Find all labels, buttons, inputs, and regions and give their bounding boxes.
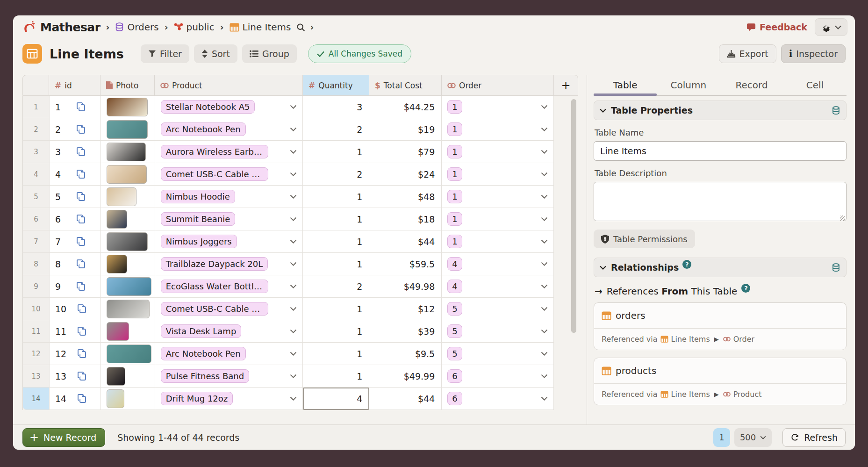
order-cell[interactable]: 4: [442, 275, 554, 298]
chevron-down-icon[interactable]: [286, 239, 297, 244]
order-cell[interactable]: 1: [442, 118, 554, 141]
vertical-scrollbar[interactable]: [571, 99, 576, 333]
row-number-cell[interactable]: 5: [23, 186, 50, 208]
row-number-cell[interactable]: 2: [23, 118, 50, 141]
relationships-header[interactable]: Relationships ?: [594, 258, 846, 277]
total-cost-cell[interactable]: $59.5: [369, 253, 442, 275]
quantity-cell[interactable]: 2: [303, 163, 369, 186]
copy-icon[interactable]: [77, 147, 85, 156]
product-cell[interactable]: Aurora Wireless Earbuds: [155, 141, 303, 163]
photo-cell[interactable]: [101, 96, 155, 118]
page-button[interactable]: 1: [713, 428, 730, 447]
total-cost-cell[interactable]: $44: [369, 388, 442, 410]
quantity-cell[interactable]: 2: [303, 118, 369, 141]
row-number-cell[interactable]: 7: [23, 230, 50, 253]
photo-cell[interactable]: [101, 320, 155, 343]
breadcrumb-schema[interactable]: public: [174, 22, 215, 33]
total-cost-cell[interactable]: $18: [369, 208, 442, 230]
product-cell[interactable]: Trailblaze Daypack 20L: [155, 253, 303, 275]
tab-column[interactable]: Column: [657, 75, 720, 95]
chevron-down-icon[interactable]: [286, 194, 297, 199]
filter-button[interactable]: Filter: [141, 44, 189, 63]
id-cell[interactable]: 12: [50, 343, 101, 365]
order-cell[interactable]: 1: [442, 186, 554, 208]
order-cell[interactable]: 6: [442, 388, 554, 410]
quantity-cell[interactable]: 1: [303, 343, 369, 365]
copy-icon[interactable]: [78, 372, 86, 381]
id-cell[interactable]: 1: [50, 96, 101, 118]
product-cell[interactable]: EcoGlass Water Bottle 7…: [155, 275, 303, 298]
row-number-cell[interactable]: 6: [23, 208, 50, 230]
row-number-cell[interactable]: 4: [23, 163, 50, 186]
row-number-cell[interactable]: 12: [23, 343, 50, 365]
chevron-down-icon[interactable]: [537, 307, 548, 311]
order-cell[interactable]: 1: [442, 96, 554, 118]
product-cell[interactable]: Comet USB-C Cable 2m: [155, 163, 303, 186]
row-number-cell[interactable]: 3: [23, 141, 50, 163]
chevron-down-icon[interactable]: [286, 329, 297, 333]
add-column-button[interactable]: +: [554, 75, 578, 96]
chevron-down-icon[interactable]: [286, 127, 297, 131]
photo-cell[interactable]: [101, 186, 155, 208]
photo-cell[interactable]: [101, 253, 155, 275]
row-number-cell[interactable]: 14: [23, 388, 50, 410]
tab-cell[interactable]: Cell: [783, 75, 846, 95]
chevron-down-icon[interactable]: [537, 105, 548, 109]
help-icon[interactable]: ?: [741, 284, 750, 293]
copy-icon[interactable]: [77, 102, 85, 111]
id-cell[interactable]: 11: [50, 320, 101, 343]
product-cell[interactable]: Drift Mug 12oz: [155, 388, 303, 410]
total-cost-cell[interactable]: $39: [369, 320, 442, 343]
total-cost-cell[interactable]: $48: [369, 186, 442, 208]
id-cell[interactable]: 9: [50, 275, 101, 298]
help-icon[interactable]: ?: [682, 260, 691, 269]
chevron-down-icon[interactable]: [286, 105, 297, 109]
row-number-cell[interactable]: 13: [23, 365, 50, 388]
product-cell[interactable]: Comet USB-C Cable 2m: [155, 298, 303, 320]
total-cost-cell[interactable]: $49.98: [369, 275, 442, 298]
copy-icon[interactable]: [78, 327, 86, 336]
id-cell[interactable]: 2: [50, 118, 101, 141]
relationship-card-orders[interactable]: orders Referenced via Line Items ▶ Order: [594, 302, 846, 350]
chevron-down-icon[interactable]: [286, 396, 297, 401]
table-description-textarea[interactable]: [594, 182, 846, 221]
copy-icon[interactable]: [78, 394, 86, 403]
search-icon[interactable]: [296, 22, 306, 32]
chevron-down-icon[interactable]: [537, 127, 548, 131]
row-number-cell[interactable]: 11: [23, 320, 50, 343]
table-name-input[interactable]: [594, 141, 846, 161]
chevron-down-icon[interactable]: [537, 352, 548, 356]
total-cost-cell[interactable]: $24: [369, 163, 442, 186]
chevron-down-icon[interactable]: [286, 284, 297, 288]
order-cell[interactable]: 5: [442, 343, 554, 365]
order-cell[interactable]: 6: [442, 365, 554, 388]
total-cost-cell[interactable]: $79: [369, 141, 442, 163]
quantity-cell[interactable]: 1: [303, 230, 369, 253]
breadcrumb-table[interactable]: Line Items: [230, 22, 291, 33]
product-cell[interactable]: Nimbus Hoodie: [155, 186, 303, 208]
photo-cell[interactable]: [101, 230, 155, 253]
id-cell[interactable]: 10: [50, 298, 101, 320]
order-cell[interactable]: 1: [442, 230, 554, 253]
chevron-down-icon[interactable]: [537, 172, 548, 176]
id-cell[interactable]: 4: [50, 163, 101, 186]
column-header-order[interactable]: Order: [442, 75, 554, 96]
photo-cell[interactable]: [101, 365, 155, 388]
product-cell[interactable]: Summit Beanie: [155, 208, 303, 230]
chevron-down-icon[interactable]: [537, 194, 548, 199]
column-header-id[interactable]: #id: [49, 75, 100, 96]
chevron-down-icon[interactable]: [286, 374, 297, 378]
quantity-cell[interactable]: 1: [303, 141, 369, 163]
column-header-quantity[interactable]: #Quantity: [303, 75, 369, 96]
column-header-photo[interactable]: Photo: [100, 75, 155, 96]
chevron-down-icon[interactable]: [537, 374, 548, 378]
copy-icon[interactable]: [78, 304, 86, 313]
photo-cell[interactable]: [101, 208, 155, 230]
chevron-down-icon[interactable]: [286, 352, 297, 356]
copy-icon[interactable]: [77, 215, 85, 223]
total-cost-cell[interactable]: $9.5: [369, 343, 442, 365]
chevron-down-icon[interactable]: [286, 172, 297, 176]
row-number-cell[interactable]: 8: [23, 253, 50, 275]
id-cell[interactable]: 13: [50, 365, 101, 388]
id-cell[interactable]: 5: [50, 186, 101, 208]
